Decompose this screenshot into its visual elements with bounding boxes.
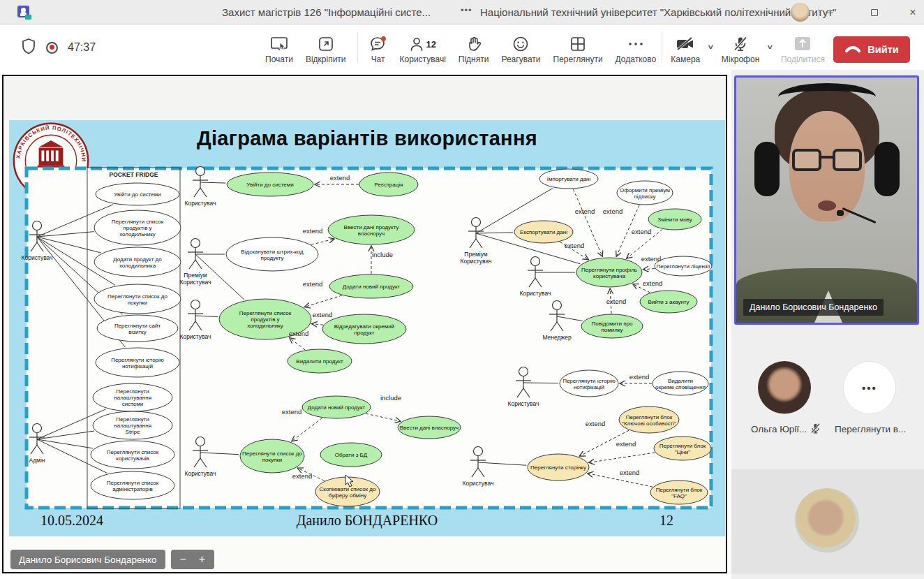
camera-off-tile[interactable] bbox=[731, 469, 924, 574]
svg-text:Користувач: Користувач bbox=[462, 480, 493, 487]
speaker-name-tag: Данило Борисович Бондаренко bbox=[743, 299, 884, 316]
recording-indicator-icon bbox=[46, 42, 58, 54]
relation-label: extend bbox=[303, 227, 323, 235]
usecase-delp: Видалити продукт bbox=[288, 349, 352, 373]
unpin-button[interactable]: Відкріпити bbox=[304, 33, 348, 68]
svg-text:Переглянути список до: Переглянути список до bbox=[242, 450, 302, 457]
teams-meeting-window: Захист магістрів 126 "Інформаційні систе… bbox=[0, 0, 924, 579]
present-screen-icon bbox=[270, 36, 288, 52]
react-button[interactable]: Реагувати bbox=[500, 33, 542, 68]
slide-title: Діаграма варіантів використання bbox=[9, 127, 725, 150]
view-button[interactable]: Переглянути bbox=[552, 33, 604, 68]
toolbar-divider bbox=[662, 32, 662, 63]
participant-avatar bbox=[795, 488, 859, 552]
svg-text:окреме сповіщення: окреме сповіщення bbox=[655, 384, 706, 390]
svg-text:Ввести дані власноруч: Ввести дані власноруч bbox=[400, 425, 459, 431]
participant-avatar[interactable] bbox=[758, 361, 811, 414]
usecase-premium: Оформити преміумпідписку bbox=[617, 181, 673, 205]
relation-label: extend bbox=[303, 280, 323, 288]
relation-label: extend bbox=[330, 174, 350, 182]
presentation-slide: ХАРКІВСЬКИЙ ПОЛІТЕХНІЧНИЙ ІНСТИТУТ 1885 … bbox=[9, 120, 725, 536]
maximize-button[interactable] bbox=[860, 2, 888, 23]
svg-text:Скопіювати список до: Скопіювати список до bbox=[320, 486, 376, 492]
svg-text:Переглянути список: Переглянути список bbox=[239, 310, 292, 316]
camera-off-icon bbox=[675, 36, 696, 52]
more-options-button[interactable]: Додатково bbox=[614, 33, 658, 68]
relation-label: extend bbox=[603, 207, 623, 215]
svg-text:продукт: продукт bbox=[355, 330, 375, 336]
mic-boom-tip bbox=[837, 210, 844, 216]
relation-label: include bbox=[372, 251, 393, 258]
participants-count: 12 bbox=[426, 39, 435, 50]
svg-text:Переглянути ліцензії: Переглянути ліцензії bbox=[656, 263, 710, 270]
svg-text:помилку: помилку bbox=[601, 327, 623, 333]
svg-text:Користувач: Користувач bbox=[519, 290, 551, 297]
svg-text:Експортувати дані: Експортувати дані bbox=[520, 229, 567, 235]
minimize-button[interactable] bbox=[815, 2, 843, 23]
view-more-label: Переглянути в... bbox=[835, 424, 906, 434]
start-presenting-button[interactable]: Почати bbox=[264, 33, 295, 68]
use-case-diagram: POCKET FRIDGEУвійти до системиПереглянут… bbox=[24, 166, 713, 510]
speaker-mouth bbox=[818, 200, 836, 211]
shared-screen-stage: ХАРКІВСЬКИЙ ПОЛІТЕХНІЧНИЙ ІНСТИТУТ 1885 … bbox=[2, 75, 727, 573]
svg-text:Користувач: Користувач bbox=[460, 258, 491, 265]
svg-text:користувача: користувача bbox=[593, 273, 625, 279]
ellipsis-icon bbox=[627, 36, 645, 52]
camera-button[interactable]: Камера bbox=[669, 33, 701, 68]
usecase-logout: Вийти з акаунту bbox=[640, 291, 697, 313]
relation-label: extend bbox=[313, 311, 333, 318]
slide-author: Данило БОНДАРЕНКО bbox=[9, 513, 725, 529]
svg-text:Увійти до системи: Увійти до системи bbox=[114, 191, 161, 198]
svg-text:Адмін: Адмін bbox=[29, 457, 45, 464]
titlebar-more-icon[interactable]: ••• bbox=[461, 5, 472, 15]
mic-chevron-icon[interactable]: ∨ bbox=[766, 43, 774, 50]
shared-screen-margin bbox=[3, 76, 726, 120]
raise-hand-button[interactable]: Підняти bbox=[457, 33, 491, 68]
relation-label: extend bbox=[643, 279, 663, 287]
zoom-in-button[interactable]: + bbox=[199, 553, 205, 566]
usecase-lp8: ПереглянутиналаштуванняStripe bbox=[93, 411, 172, 439]
svg-text:покупки: покупки bbox=[262, 457, 283, 463]
svg-text:"Ключові особивості": "Ключові особивості" bbox=[622, 420, 676, 427]
svg-text:Переглянути список: Переглянути список bbox=[107, 449, 159, 455]
participants-row: ••• Ольга Юрії... Переглянути в... bbox=[731, 325, 924, 469]
svg-text:Переглянути блок: Переглянути блок bbox=[656, 487, 703, 493]
popout-arrow-icon bbox=[318, 36, 334, 52]
svg-text:Додати продукт до: Додати продукт до bbox=[113, 256, 162, 263]
svg-text:Stripe: Stripe bbox=[126, 429, 140, 435]
svg-text:Додати новий продукт: Додати новий продукт bbox=[308, 404, 366, 411]
participants-button[interactable]: 12 Користувачі bbox=[398, 33, 447, 68]
zoom-out-button[interactable]: − bbox=[180, 553, 186, 566]
participant-muted-mic-icon bbox=[810, 423, 821, 437]
usecase-lp6: Переглянути історіюнотифікацій bbox=[96, 348, 179, 377]
leave-button[interactable]: Вийти bbox=[833, 36, 910, 63]
usecase-enter2: Ввести дані власноруч bbox=[398, 416, 461, 439]
svg-text:налаштування: налаштування bbox=[114, 395, 151, 401]
meeting-title: Захист магістрів 126 "Інформаційні систе… bbox=[222, 6, 455, 18]
svg-text:холодильника: холодильника bbox=[119, 263, 156, 269]
camera-chevron-icon[interactable]: ∨ bbox=[707, 43, 715, 50]
svg-text:Преміум: Преміум bbox=[184, 272, 207, 279]
usecase-lp2: Переглянути списокпродуктів ухолодильник… bbox=[94, 210, 181, 245]
close-button[interactable]: × bbox=[899, 2, 924, 23]
svg-text:Додати новий продукт: Додати новий продукт bbox=[343, 284, 401, 290]
svg-text:Переглянути історію: Переглянути історію bbox=[562, 378, 616, 384]
titlebar-avatar[interactable] bbox=[791, 3, 810, 22]
svg-text:Відсканувати штрих-код: Відсканувати штрих-код bbox=[241, 249, 304, 255]
share-button: Поділитися bbox=[780, 33, 826, 68]
chat-button[interactable]: Чат bbox=[368, 33, 389, 68]
svg-text:користувачів: користувачів bbox=[116, 455, 149, 462]
people-icon bbox=[409, 36, 424, 52]
svg-text:продуктів у: продуктів у bbox=[123, 225, 151, 231]
microphone-button[interactable]: Мікрофон bbox=[720, 33, 761, 68]
relation-label: extend bbox=[641, 255, 662, 263]
usecase-features: Переглянути блок"Ключові особивості" bbox=[619, 406, 679, 433]
speaker-video-tile[interactable]: Данило Борисович Бондаренко bbox=[734, 75, 919, 325]
view-more-participants-button[interactable]: ••• bbox=[843, 361, 896, 414]
teams-app-icon bbox=[17, 6, 31, 20]
relation-label: extend bbox=[620, 469, 640, 476]
svg-text:Змінити мову: Змінити мову bbox=[657, 217, 692, 223]
usecase-reg: Реєстрація bbox=[359, 173, 418, 196]
svg-text:Переглянути: Переглянути bbox=[116, 388, 149, 395]
usecase-editp: Відредагувати окремийпродукт bbox=[322, 314, 406, 344]
